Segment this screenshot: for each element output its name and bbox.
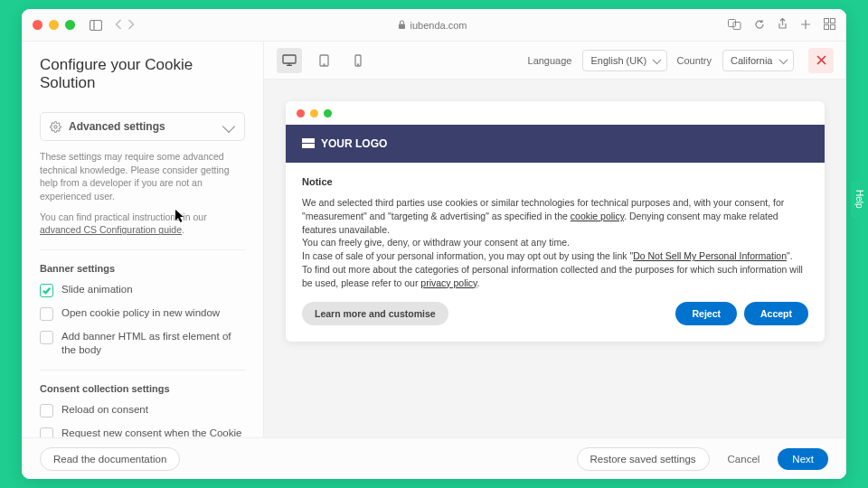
svg-rect-2 [399, 24, 405, 30]
minimize-window-icon[interactable] [49, 20, 59, 30]
divider [40, 249, 245, 250]
preview-chrome [286, 101, 825, 125]
svg-rect-10 [831, 24, 835, 29]
next-button[interactable]: Next [778, 448, 828, 470]
device-tablet-button[interactable] [311, 48, 336, 73]
svg-rect-12 [283, 55, 296, 63]
close-icon [816, 55, 826, 65]
cancel-button[interactable]: Cancel [719, 448, 769, 470]
consent-option-0[interactable]: Reload on consent [40, 403, 245, 418]
bottom-bar: Read the documentation Restore saved set… [22, 437, 846, 479]
language-label: Language [528, 55, 572, 66]
svg-point-16 [324, 64, 325, 65]
checkbox-icon [40, 404, 53, 418]
checkbox-icon [40, 284, 53, 297]
browser-chrome: iubenda.com [22, 9, 846, 42]
logo-icon [302, 138, 315, 149]
checkbox-icon [40, 331, 53, 344]
logo-text: YOUR LOGO [321, 137, 387, 150]
settings-sidebar: Configure your Cookie Solution Advanced … [22, 42, 264, 479]
help-tab[interactable]: Help [851, 181, 868, 218]
chevron-down-icon [222, 120, 235, 133]
restore-settings-button[interactable]: Restore saved settings [577, 447, 710, 471]
app-body: Configure your Cookie Solution Advanced … [22, 42, 846, 479]
forward-icon[interactable] [127, 17, 135, 33]
close-window-icon[interactable] [33, 20, 42, 30]
checkbox-label: Slide animation [61, 283, 133, 296]
reject-button[interactable]: Reject [675, 302, 737, 325]
svg-rect-8 [831, 18, 835, 23]
page-title: Configure your Cookie Solution [40, 56, 245, 92]
chrome-right-icons [728, 17, 835, 33]
tabs-icon[interactable] [824, 17, 835, 33]
svg-rect-9 [825, 24, 829, 29]
notice-paragraph: We and selected third parties use cookie… [302, 196, 808, 289]
reload-icon[interactable] [754, 17, 765, 33]
gear-icon [50, 121, 61, 133]
notice-title: Notice [302, 175, 808, 189]
new-tab-icon[interactable] [800, 17, 811, 33]
banner-option-2[interactable]: Add banner HTML as first element of the … [40, 330, 245, 357]
desktop-icon [282, 54, 297, 66]
preview-panel: Language English (UK) Country California [264, 42, 846, 479]
cs-config-guide-link[interactable]: advanced CS Configuration guide [40, 224, 182, 235]
preview-tl-yellow [310, 109, 318, 117]
accordion-label: Advanced settings [69, 120, 165, 133]
lock-icon [398, 20, 406, 30]
learn-more-button[interactable]: Learn more and customise [302, 302, 448, 325]
divider [40, 370, 245, 371]
maximize-window-icon[interactable] [65, 20, 75, 30]
banner-option-1[interactable]: Open cookie policy in new window [40, 306, 245, 321]
preview-site-header: YOUR LOGO [286, 125, 825, 163]
traffic-lights [33, 20, 75, 30]
preview-tl-red [297, 109, 305, 117]
device-mobile-button[interactable] [345, 48, 371, 73]
accept-button[interactable]: Accept [744, 302, 808, 325]
do-not-sell-link[interactable]: Do Not Sell My Personal Information [633, 250, 787, 261]
translate-icon[interactable] [728, 17, 741, 33]
country-select[interactable]: California [722, 50, 794, 71]
browser-window: iubenda.com Configure your Cookie Soluti… [22, 9, 846, 479]
consent-settings-header: Consent collection settings [40, 383, 245, 394]
svg-point-11 [54, 125, 57, 127]
close-preview-button[interactable] [808, 48, 834, 73]
back-icon[interactable] [115, 17, 123, 33]
checkbox-label: Reload on consent [61, 403, 148, 417]
tablet-icon [319, 54, 329, 67]
svg-rect-3 [729, 19, 736, 26]
device-desktop-button[interactable] [277, 48, 302, 73]
preview-toolbar: Language English (UK) Country California [264, 42, 846, 80]
address-bar[interactable]: iubenda.com [137, 20, 728, 31]
svg-rect-4 [733, 22, 741, 29]
cookie-policy-link[interactable]: cookie policy [571, 211, 624, 221]
advanced-settings-accordion[interactable]: Advanced settings [40, 112, 245, 141]
share-icon[interactable] [778, 17, 788, 33]
checkbox-label: Open cookie policy in new window [61, 306, 220, 320]
country-label: Country [676, 55, 712, 66]
preview-stage: YOUR LOGO Notice We and selected third p… [264, 80, 846, 479]
banner-settings-header: Banner settings [40, 263, 245, 274]
svg-rect-7 [825, 18, 829, 23]
read-docs-button[interactable]: Read the documentation [40, 447, 180, 471]
cookie-buttons: Learn more and customise Reject Accept [302, 302, 808, 325]
advanced-note-1: These settings may require some advanced… [40, 150, 245, 203]
advanced-note-2: You can find practical instructions in o… [40, 211, 245, 237]
mobile-icon [354, 54, 362, 67]
preview-browser-frame: YOUR LOGO Notice We and selected third p… [286, 101, 825, 342]
sidebar-toggle-icon[interactable] [90, 20, 102, 31]
preview-tl-green [324, 109, 332, 117]
checkbox-icon [40, 307, 53, 321]
svg-rect-0 [90, 20, 102, 30]
address-text: iubenda.com [410, 20, 467, 31]
svg-point-18 [358, 64, 359, 65]
banner-option-0[interactable]: Slide animation [40, 283, 245, 297]
cookie-notice: Notice We and selected third parties use… [286, 163, 825, 342]
checkbox-label: Add banner HTML as first element of the … [61, 330, 245, 357]
language-select[interactable]: English (UK) [582, 50, 667, 71]
privacy-policy-link[interactable]: privacy policy [420, 277, 476, 288]
